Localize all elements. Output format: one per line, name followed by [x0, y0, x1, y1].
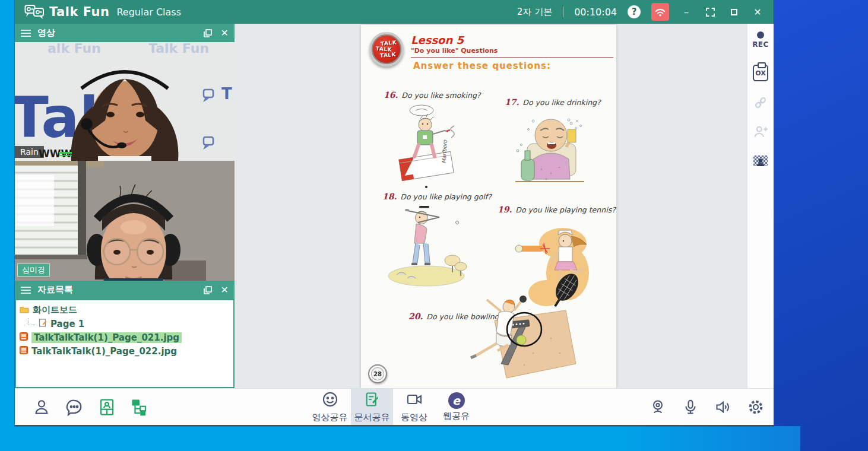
worksheet-instruction: Answer these questions: — [413, 61, 551, 71]
shimmikyung-webcam-image — [15, 161, 235, 281]
record-button[interactable]: REC — [752, 31, 769, 49]
settings-gear-icon[interactable] — [747, 399, 764, 415]
svg-text:Talk Fun: Talk Fun — [148, 42, 209, 56]
chat-button[interactable] — [65, 398, 83, 416]
svg-text:T: T — [221, 85, 232, 103]
svg-text:Marlboro: Marlboro — [441, 139, 448, 164]
svg-text:alk Fun: alk Fun — [47, 42, 101, 56]
session-timer: 00:10:04 — [574, 7, 617, 18]
speaker-button[interactable] — [715, 399, 731, 415]
illustration-drinking — [505, 113, 594, 198]
lesson-subtitle: "Do you like" Questions — [411, 47, 498, 55]
materials-item-label: TalkTalkTalk(1)_Page_021.jpg — [31, 332, 182, 343]
materials-item-whiteboard[interactable]: 화이트보드 — [20, 303, 230, 317]
link-icon — [753, 95, 768, 110]
illustration-bowling — [462, 294, 584, 391]
titlebar: Talk Fun Regular Class 2자 기본 00:10:04 ? … — [15, 0, 774, 24]
document-edit-icon — [364, 391, 381, 410]
materials-item-page021[interactable]: TalkTalkTalk(1)_Page_021.jpg — [20, 331, 230, 344]
materials-item-label: Page 1 — [50, 319, 84, 329]
question-19: 19. Do you like playing tennis? — [498, 205, 616, 214]
rain-webcam-image: alk Fun Talk Fun Talk T WWW.TALK — [15, 42, 235, 161]
smiley-icon — [322, 391, 338, 410]
app-name: Talk Fun — [49, 5, 109, 19]
right-toolbar: REC OX — [747, 24, 774, 389]
talkfun-logo-icon — [24, 4, 45, 20]
video-camera-icon — [406, 391, 423, 410]
worksheet-page[interactable]: TALK TALK TALK Lesson 5 "Do you like" Qu… — [361, 25, 616, 388]
folder-icon — [20, 305, 29, 316]
video-panel-header: 영상 ✕ — [15, 24, 235, 42]
desktop: Talk Fun Regular Class 2자 기본 00:10:04 ? … — [0, 0, 868, 451]
network-status-icon[interactable] — [651, 3, 669, 21]
video-panel-menu-icon[interactable] — [21, 30, 31, 37]
participant-name-tag: 심미경 — [17, 263, 50, 277]
image-file-icon — [20, 346, 28, 357]
bottom-toolbar: 영상공유 문서공유 — [15, 388, 774, 425]
video-panel-title: 영상 — [37, 27, 55, 39]
left-panels: 영상 ✕ alk Fun — [15, 24, 235, 388]
window-title: Regular Class — [116, 7, 181, 18]
illustration-golf — [384, 205, 473, 296]
materials-tree-button[interactable] — [131, 398, 148, 416]
audio-level-indicator — [59, 152, 72, 156]
illustration-smoking: Marlboro — [385, 102, 468, 193]
participants-button[interactable] — [33, 398, 50, 416]
materials-list: 화이트보드 Page 1 — [15, 299, 235, 388]
share-document-button[interactable]: 문서공유 — [351, 389, 393, 425]
video-panel-close-icon[interactable]: ✕ — [221, 27, 229, 39]
microphone-button[interactable] — [682, 399, 699, 415]
virtual-background-button[interactable] — [753, 153, 768, 167]
materials-item-label: TalkTalkTalk(1)_Page_022.jpg — [31, 346, 177, 357]
minimize-button[interactable]: – — [680, 7, 693, 18]
talktalktalk-logo: TALK TALK TALK — [369, 32, 404, 66]
materials-panel-close-icon[interactable]: ✕ — [221, 284, 229, 296]
desktop-background-bottom — [0, 426, 800, 451]
titlebar-divider — [563, 7, 563, 17]
add-user-icon — [753, 124, 768, 139]
image-file-icon — [20, 332, 28, 343]
session-label: 2자 기본 — [517, 7, 552, 18]
video-panel-popout-icon[interactable] — [204, 29, 212, 37]
desktop-background-left — [0, 0, 15, 451]
question-17: 17. Do you like drinking? — [505, 97, 601, 107]
materials-panel-popout-icon[interactable] — [204, 286, 212, 294]
webcam-button[interactable] — [650, 399, 666, 415]
quiz-ox-button[interactable]: OX — [753, 65, 768, 81]
page-icon — [39, 319, 47, 329]
page-number-badge: 28 — [368, 364, 387, 383]
maximize-button[interactable] — [727, 9, 740, 15]
share-web-button[interactable]: e 웹공유 — [435, 389, 477, 425]
web-browser-icon: e — [448, 392, 465, 409]
materials-panel-header: 자료목록 ✕ — [15, 281, 235, 299]
materials-item-page1[interactable]: Page 1 — [20, 317, 230, 331]
video-layout-button[interactable] — [98, 398, 116, 416]
participant-name-tag: Rain — [15, 146, 44, 158]
question-16: 16. Do you like smoking? — [384, 90, 481, 100]
lesson-title: Lesson 5 — [411, 34, 464, 46]
participant-video-rain[interactable]: alk Fun Talk Fun Talk T WWW.TALK — [15, 42, 235, 161]
document-viewer: TALK TALK TALK Lesson 5 "Do you like" Qu… — [235, 24, 747, 389]
close-button[interactable]: ✕ — [751, 7, 764, 18]
materials-item-page022[interactable]: TalkTalkTalk(1)_Page_022.jpg — [20, 344, 230, 358]
header-rule — [411, 57, 613, 58]
record-dot-icon — [757, 31, 764, 39]
share-movie-button[interactable]: 동영상 — [393, 389, 435, 425]
fullscreen-button[interactable] — [704, 8, 717, 17]
share-video-button[interactable]: 영상공유 — [309, 389, 351, 425]
talkfun-window: Talk Fun Regular Class 2자 기본 00:10:04 ? … — [15, 0, 774, 426]
participant-video-shimmikyung[interactable]: 심미경 — [15, 161, 235, 281]
tree-connector — [28, 318, 35, 325]
materials-panel-menu-icon[interactable] — [21, 287, 31, 294]
help-icon[interactable]: ? — [628, 5, 641, 18]
titlebar-controls: 2자 기본 00:10:04 ? – — [517, 3, 764, 21]
materials-item-label: 화이트보드 — [33, 304, 77, 316]
materials-panel-title: 자료목록 — [37, 284, 73, 296]
